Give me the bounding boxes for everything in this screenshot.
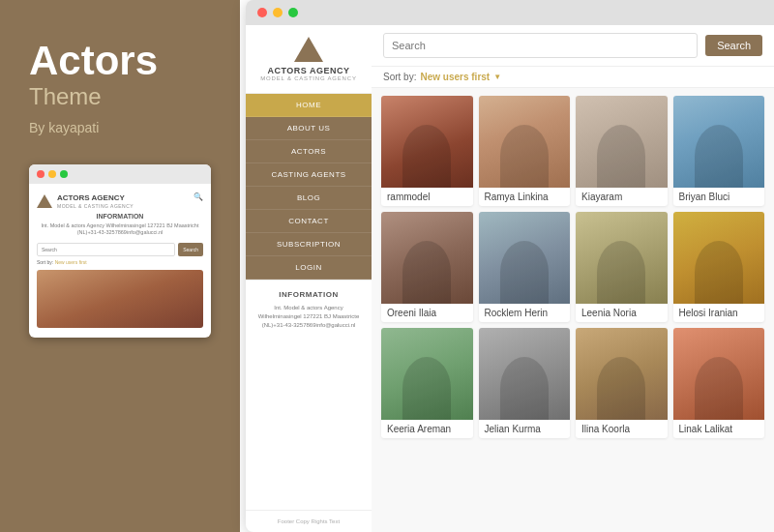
browser-content: ACTORS AGENCY MODEL & CASTING AGENCY HOM… bbox=[246, 25, 774, 532]
main-dot-red bbox=[257, 8, 267, 17]
mini-search-input[interactable] bbox=[37, 243, 175, 256]
mobile-preview: 🔍 ACTORS AGENCY MODEL & CASTING AGENCY I… bbox=[29, 164, 211, 338]
actor-card[interactable]: Rocklem Herin bbox=[479, 212, 571, 322]
actor-name: Kiayaram bbox=[576, 188, 668, 206]
actor-face-shape bbox=[597, 357, 645, 420]
mini-browser-content: 🔍 ACTORS AGENCY MODEL & CASTING AGENCY I… bbox=[29, 184, 211, 338]
site-main: Search Sort by: New users first ▼ rammod… bbox=[372, 25, 774, 532]
mini-browser-bar bbox=[29, 164, 211, 184]
actor-photo bbox=[479, 328, 571, 420]
sidebar-info-section: INFORMATION Int. Model & actors Agency W… bbox=[246, 280, 372, 340]
actor-face-shape bbox=[597, 125, 645, 188]
actor-face-shape bbox=[402, 125, 451, 188]
left-panel: Actors Theme By kayapati 🔍 ACTORS AGENCY… bbox=[0, 0, 240, 532]
sidebar-nav: HOMEABOUT USACTORSCASTING AGENTSBLOGCONT… bbox=[246, 94, 372, 280]
site-sidebar: ACTORS AGENCY MODEL & CASTING AGENCY HOM… bbox=[246, 25, 372, 532]
mini-search-button[interactable]: Search bbox=[178, 243, 203, 256]
mini-logo: ACTORS AGENCY MODEL & CASTING AGENCY bbox=[37, 193, 203, 209]
title-theme: Theme bbox=[29, 83, 211, 110]
title-actors: Actors bbox=[29, 39, 211, 83]
sidebar-nav-item-home[interactable]: HOME bbox=[246, 94, 372, 117]
sidebar-nav-item-subscription[interactable]: SUBSCRIPTION bbox=[246, 233, 372, 256]
mini-dot-red bbox=[37, 170, 45, 178]
actor-face-shape bbox=[500, 241, 549, 304]
actor-face-shape bbox=[500, 125, 549, 188]
actor-name: Ilina Koorla bbox=[576, 420, 668, 438]
actor-card[interactable]: Keeria Areman bbox=[381, 328, 473, 438]
sort-link[interactable]: New users first bbox=[420, 72, 490, 82]
sidebar-nav-item-about-us[interactable]: ABOUT US bbox=[246, 117, 372, 140]
sidebar-nav-item-login[interactable]: LOGIN bbox=[246, 256, 372, 280]
logo-triangle bbox=[294, 37, 323, 62]
actor-card[interactable]: Ilina Koorla bbox=[576, 328, 668, 438]
theme-title: Actors Theme By kayapati bbox=[29, 39, 211, 164]
main-dot-green bbox=[288, 8, 298, 17]
actor-photo bbox=[479, 96, 571, 188]
actor-face-shape bbox=[597, 241, 645, 304]
actor-name: Linak Lalikat bbox=[673, 420, 765, 438]
sort-bar: Sort by: New users first ▼ bbox=[372, 67, 774, 88]
actor-card[interactable]: Linak Lalikat bbox=[673, 328, 765, 438]
main-dot-yellow bbox=[273, 8, 283, 17]
mini-agency-info: ACTORS AGENCY MODEL & CASTING AGENCY bbox=[57, 193, 134, 209]
actor-photo bbox=[576, 96, 668, 188]
actor-card[interactable]: rammodel bbox=[381, 96, 473, 206]
actor-face-shape bbox=[402, 357, 451, 420]
sidebar-nav-item-blog[interactable]: BLOG bbox=[246, 187, 372, 210]
mini-agency-name: ACTORS AGENCY bbox=[57, 193, 134, 203]
mini-dot-green bbox=[60, 170, 68, 178]
sidebar-nav-item-casting-agents[interactable]: CASTING AGENTS bbox=[246, 163, 372, 187]
actor-card[interactable]: Jelian Kurma bbox=[479, 328, 571, 438]
actor-card[interactable]: Helosi Iranian bbox=[673, 212, 765, 322]
sidebar-nav-item-actors[interactable]: ACTORS bbox=[246, 140, 372, 163]
actor-name: rammodel bbox=[381, 188, 473, 206]
actor-card[interactable]: Leenia Noria bbox=[576, 212, 668, 322]
actor-card[interactable]: Oreeni Ilaia bbox=[381, 212, 473, 322]
sidebar-agency-sub: MODEL & CASTING AGENCY bbox=[255, 75, 362, 81]
author-credit: By kayapati bbox=[29, 120, 211, 135]
main-search-input[interactable] bbox=[383, 33, 698, 58]
actor-photo bbox=[479, 212, 571, 304]
main-browser-bar bbox=[246, 0, 774, 25]
main-search-bar: Search bbox=[372, 25, 774, 67]
main-search-button[interactable]: Search bbox=[705, 35, 762, 56]
actor-card[interactable]: Briyan Bluci bbox=[673, 96, 765, 206]
actor-face-shape bbox=[500, 357, 549, 420]
actor-name: Rocklem Herin bbox=[479, 304, 571, 322]
mini-logo-triangle bbox=[37, 194, 52, 208]
actor-name: Keeria Areman bbox=[381, 420, 473, 438]
main-browser: ACTORS AGENCY MODEL & CASTING AGENCY HOM… bbox=[246, 0, 774, 532]
actor-face-shape bbox=[695, 125, 743, 188]
sidebar-nav-item-contact[interactable]: CONTACT bbox=[246, 210, 372, 233]
actor-photo bbox=[381, 96, 473, 188]
mini-search-row: Search bbox=[37, 243, 203, 256]
mini-face bbox=[37, 270, 203, 328]
mini-agency-sub: MODEL & CASTING AGENCY bbox=[57, 203, 134, 209]
actor-photo bbox=[576, 212, 668, 304]
actor-face-shape bbox=[695, 357, 743, 420]
mini-info-title: INFORMATION bbox=[37, 213, 203, 220]
sidebar-info-title: INFORMATION bbox=[253, 290, 364, 299]
sort-arrow-icon: ▼ bbox=[493, 73, 501, 81]
actor-name: Ramya Linkina bbox=[479, 188, 571, 206]
mini-actor-thumbnail bbox=[37, 270, 203, 328]
sidebar-logo: ACTORS AGENCY MODEL & CASTING AGENCY bbox=[246, 25, 372, 94]
actor-photo bbox=[576, 328, 668, 420]
actor-photo bbox=[673, 212, 765, 304]
sort-label: Sort by: bbox=[383, 72, 416, 82]
mini-info-text: Int. Model & actors Agency Wilhelminasin… bbox=[37, 222, 203, 237]
actor-photo bbox=[673, 328, 765, 420]
actor-photo bbox=[381, 328, 473, 420]
mini-dot-yellow bbox=[48, 170, 56, 178]
actor-card[interactable]: Ramya Linkina bbox=[479, 96, 571, 206]
actor-name: Oreeni Ilaia bbox=[381, 304, 473, 322]
sidebar-footer: Footer Copy Rights Text bbox=[246, 510, 372, 532]
actor-photo bbox=[381, 212, 473, 304]
actor-photo bbox=[673, 96, 765, 188]
sidebar-agency-name: ACTORS AGENCY bbox=[255, 66, 362, 75]
actor-card[interactable]: Kiayaram bbox=[576, 96, 668, 206]
mini-sort-bar: Sort by: New users first bbox=[37, 259, 203, 265]
actor-grid: rammodelRamya LinkinaKiayaramBriyan Bluc… bbox=[372, 88, 774, 532]
actor-name: Leenia Noria bbox=[576, 304, 668, 322]
actor-face-shape bbox=[402, 241, 451, 304]
